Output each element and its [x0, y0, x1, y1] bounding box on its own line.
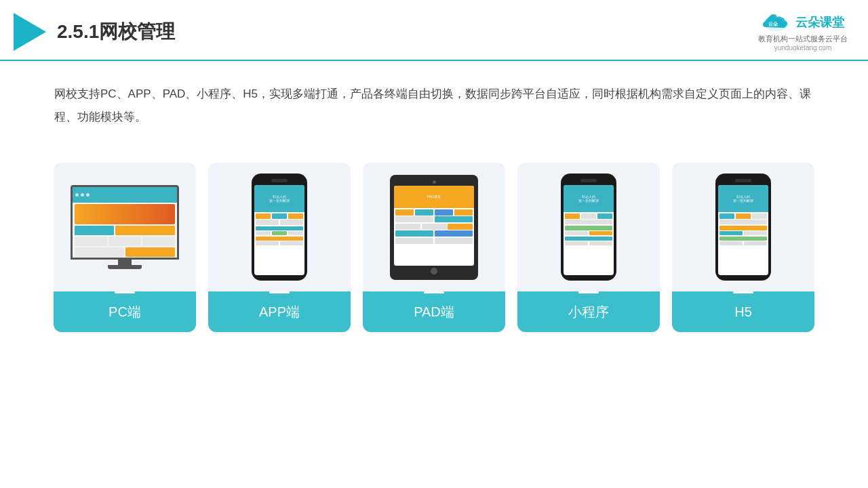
svg-text:云朵: 云朵: [768, 22, 778, 26]
cloud-icon: 云朵: [762, 12, 791, 33]
tablet-camera: [433, 180, 436, 184]
app-phone-mockup: 职达人的第一堂判断课: [252, 174, 307, 281]
tablet-home-btn: [431, 268, 437, 274]
h5-phone-mockup: 职达人的第一堂判断课: [715, 174, 771, 281]
miniprogram-phone-mockup: 职达人的第一堂判断课: [561, 174, 616, 281]
pc-card: PC端: [54, 163, 196, 332]
brand-name: 云朵课堂: [795, 14, 844, 30]
h5-screen: 职达人的第一堂判断课: [718, 185, 768, 275]
miniprogram-screen-text: 职达人的第一堂判断课: [578, 195, 599, 203]
app-card: 职达人的第一堂判断课: [208, 163, 351, 332]
app-screen-text: 职达人的第一堂判断课: [269, 195, 290, 203]
app-image-area: 职达人的第一堂判断课: [208, 163, 351, 291]
pad-tablet-mockup: PAD课堂: [390, 175, 478, 280]
pc-image-area: [54, 163, 196, 291]
header: 2.5.1网校管理 云朵 云朵课堂 教育机构一站式服务云平台 yunduoket…: [0, 0, 868, 61]
pc-label: PC端: [54, 291, 196, 332]
brand-logo: 云朵 云朵课堂: [762, 12, 844, 33]
logo-triangle-icon: [14, 13, 46, 51]
h5-image-area: 职达人的第一堂判断课: [672, 163, 814, 291]
cards-container: PC端 职达人的第一堂判断课: [0, 149, 868, 346]
header-left: 2.5.1网校管理: [14, 13, 175, 51]
brand-area: 云朵 云朵课堂 教育机构一站式服务云平台 yunduoketang.com: [758, 12, 848, 52]
pad-image-area: PAD课堂: [363, 163, 505, 291]
app-label: APP端: [208, 291, 351, 332]
h5-screen-text: 职达人的第一堂判断课: [733, 195, 753, 203]
pad-card: PAD课堂: [363, 163, 505, 332]
app-screen: 职达人的第一堂判断课: [254, 185, 304, 275]
page-title: 2.5.1网校管理: [57, 19, 175, 45]
miniprogram-screen: 职达人的第一堂判断课: [564, 185, 614, 275]
miniprogram-card: 职达人的第一堂判断课: [517, 163, 660, 332]
pad-screen: PAD课堂: [394, 186, 474, 266]
phone-notch: [271, 179, 288, 182]
h5-card: 职达人的第一堂判断课: [672, 163, 814, 332]
miniprogram-notch: [580, 179, 597, 182]
miniprogram-label: 小程序: [517, 291, 660, 332]
pad-label: PAD端: [363, 291, 505, 332]
brand-url: yunduoketang.com: [774, 44, 832, 52]
h5-notch: [735, 179, 751, 182]
h5-label: H5: [672, 291, 814, 332]
pad-screen-text: PAD课堂: [427, 195, 441, 199]
pc-mockup: [67, 185, 182, 269]
description-text: 网校支持PC、APP、PAD、小程序、H5，实现多端打通，产品各终端自由切换，数…: [0, 61, 868, 142]
brand-tagline: 教育机构一站式服务云平台: [758, 34, 848, 44]
miniprogram-image-area: 职达人的第一堂判断课: [517, 163, 660, 291]
pc-screen: [71, 185, 179, 260]
